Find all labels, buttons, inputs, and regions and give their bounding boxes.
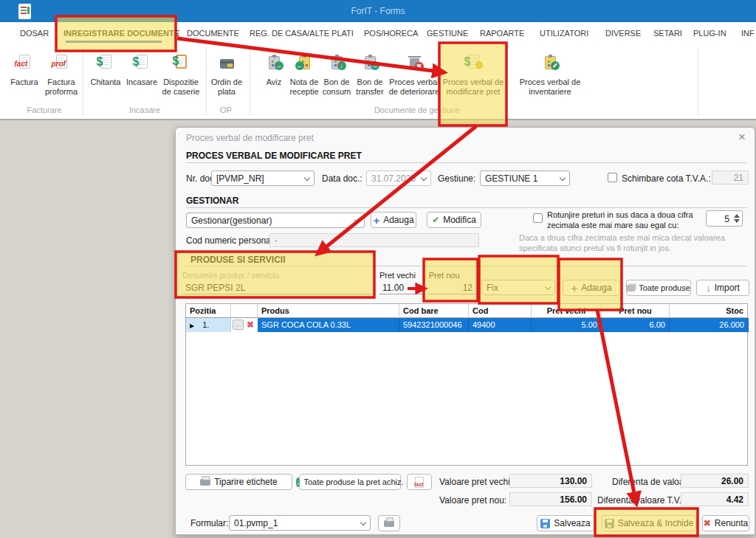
toate-produse-pret-achiz-button[interactable]: ↓ Toate produse la pret achiz. — [299, 474, 401, 490]
rounding-checkbox[interactable] — [533, 213, 543, 223]
chevron-down-icon — [545, 284, 551, 290]
printer-icon — [384, 520, 394, 527]
denumire-label: Denumire produs / serviciu — [182, 271, 279, 280]
pret-nou-input[interactable]: 12 — [429, 281, 475, 294]
diferenta-valoare-label: Diferenta de valoare: — [612, 477, 676, 487]
ribbon-button-bon-de-consum[interactable]: ↓ Bon de consum — [320, 55, 354, 97]
group-separator — [698, 47, 698, 115]
fact-button[interactable]: fact — [407, 474, 432, 490]
valoare-pret-vechi-label: Valoare pret vechi: — [439, 477, 512, 487]
tab-setari[interactable]: SETARI — [653, 29, 682, 38]
circle-down-icon: ↓ — [296, 477, 300, 487]
tab-rapoarte[interactable]: RAPOARTE — [480, 29, 524, 38]
col-stoc: Stoc — [670, 304, 747, 318]
dialog-title: Proces verbal de modificare pret — [186, 133, 314, 143]
formular-combo[interactable]: 01.pvmp_1 — [229, 515, 371, 531]
tab-dosar[interactable]: DOSAR — [20, 29, 49, 38]
group-separator — [206, 47, 207, 115]
invoice-mini-icon: fact — [415, 477, 424, 488]
ribbon-group-label-op: OP — [213, 106, 239, 114]
tva-checkbox-label: Schimbare cota T.V.A.: — [622, 173, 711, 184]
app-window: ForIT - Forms DOSAR INREGISTRARE DOCUMEN… — [0, 0, 756, 538]
ribbon-button-chitanta[interactable]: $ Chitanta — [86, 55, 125, 87]
rounding-spinner[interactable]: 5 — [706, 210, 743, 227]
dollar-document-framed-icon: $ — [176, 55, 187, 69]
ribbon-button-aviz[interactable]: → Aviz — [260, 55, 288, 87]
gestiune-combo[interactable]: GESTIUNE 1 — [480, 170, 570, 186]
tab-inregistrare-documente[interactable]: INREGISTRARE DOCUMENTE — [63, 29, 179, 38]
clipboard-arrow-down-icon: ↓ — [331, 56, 343, 69]
gestionar-modifica-button[interactable]: ✔ Modifica — [427, 212, 481, 228]
window-title: ForIT - Forms — [0, 6, 756, 16]
mode-combo[interactable]: Fix — [481, 280, 555, 295]
gestionar-adauga-button[interactable]: + Adauga — [371, 212, 416, 228]
ribbon-button-incasare[interactable]: $ Incasare — [123, 55, 160, 87]
nr-doc-combo[interactable]: [PVMP_NR] — [211, 170, 315, 186]
table-row[interactable]: ▶ 1. … ✖ SGR COCA COLA 0.33L 59423210000… — [186, 318, 747, 332]
tiparire-etichete-button[interactable]: Tiparire etichete — [185, 474, 292, 490]
tva-checkbox[interactable] — [608, 173, 617, 182]
close-icon[interactable]: × — [738, 130, 746, 145]
spinner-up-icon[interactable] — [734, 214, 740, 218]
section-title-produse: PRODUSE SI SERVICII — [190, 255, 285, 265]
cell-cod-bare: 5942321000046 — [399, 318, 469, 332]
denumire-input[interactable]: SGR PEPSI 2L — [182, 281, 374, 294]
tab-diverse[interactable]: DIVERSE — [605, 29, 641, 38]
ribbon-button-bon-de-transfer[interactable]: → Bon de transfer — [352, 55, 388, 97]
chevron-down-icon — [560, 175, 566, 181]
save-icon — [540, 519, 550, 528]
cancel-x-icon: ✖ — [704, 518, 711, 528]
check-icon: ✔ — [432, 215, 439, 225]
ribbon-button-factura[interactable]: fact Factura — [7, 55, 41, 87]
ribbon-button-factura-proforma[interactable]: prof Factura proforma — [41, 55, 81, 97]
products-table[interactable]: Pozitia Produs Cod bare Cod Pret vechi P… — [185, 303, 748, 466]
tva-value-field[interactable]: 21 — [712, 170, 749, 184]
data-doc-picker[interactable]: 31.07.2025 — [366, 170, 431, 186]
valoare-pret-nou-label: Valoare pret nou: — [439, 495, 506, 506]
produse-adauga-button[interactable]: + Adauga — [563, 280, 620, 296]
cell-cod: 49400 — [469, 318, 532, 332]
tab-documente[interactable]: DOCUMENTE — [187, 29, 239, 38]
section-divider — [186, 162, 747, 163]
diferenta-tva-label: Diferenta valoare T.V.A.: — [597, 495, 676, 506]
row-position-cell: ▶ 1. — [186, 318, 231, 332]
save-close-icon — [605, 519, 614, 528]
ribbon-button-proces-verbal-de-modificare-pret[interactable]: $ Proces verbal de modificare pret — [441, 55, 505, 97]
tab-gestiune[interactable]: GESTIUNE — [427, 29, 468, 38]
toate-produse-button[interactable]: Toate produse — [626, 280, 691, 296]
col-pret-nou: Pret nou — [602, 304, 670, 318]
tab-pos-horeca[interactable]: POS/HORECA — [364, 29, 418, 38]
tab-info[interactable]: INF — [741, 29, 755, 38]
salveaza-button[interactable]: Salveaza — [537, 515, 594, 531]
ribbon-button-proces-verbal-de-deteriorare[interactable]: ✖ Proces verbal de deteriorare — [387, 55, 441, 97]
ribbon-group-label-documente-de-gestiune: Documente de gestiune — [358, 106, 476, 114]
row-caret-icon: ▶ — [190, 323, 194, 329]
cell-produs: SGR COCA COLA 0.33L — [258, 318, 399, 332]
tab-plug-in[interactable]: PLUG-IN — [693, 29, 726, 38]
import-button[interactable]: ↓ Import — [696, 280, 749, 296]
group-separator — [250, 47, 250, 115]
row-edit-button[interactable]: … — [233, 320, 244, 330]
tab-reg-de-casa[interactable]: REG. DE CASA/ALTE PLATI — [250, 29, 354, 38]
ribbon-button-proces-verbal-de-inventariere[interactable]: ✔ Proces verbal de inventariere — [517, 55, 583, 97]
products-stack-icon — [627, 285, 635, 292]
salveaza-inchide-button[interactable]: Salveaza & Inchide — [602, 515, 696, 531]
pret-vechi-field[interactable]: 11.00 — [379, 281, 422, 294]
renunta-button[interactable]: ✖ Renunta — [702, 515, 749, 531]
ribbon-button-ordin-de-plata[interactable]: Ordin de plata — [210, 55, 244, 97]
row-delete-icon[interactable]: ✖ — [247, 320, 254, 330]
col-cod: Cod — [469, 304, 532, 318]
cell-pret-vechi: 5.00 — [532, 318, 602, 332]
ribbon-button-dispozitie-de-caserie[interactable]: $ Dispozitie de caserie — [159, 55, 202, 97]
clipboard-arrow-right-icon: → — [365, 56, 376, 69]
gestionar-combo[interactable]: Gestionar(gestionar) — [186, 213, 365, 228]
formular-label: Formular: — [190, 518, 228, 528]
print-formular-button[interactable] — [378, 515, 400, 531]
ribbon-button-nota-de-receptie[interactable]: ← Nota de receptie — [286, 55, 322, 97]
spinner-down-icon[interactable] — [734, 219, 740, 223]
data-doc-label: Data doc.: — [322, 173, 362, 184]
chevron-down-icon — [360, 520, 366, 525]
table-header: Pozitia Produs Cod bare Cod Pret vechi P… — [186, 304, 747, 318]
cnp-field[interactable]: - — [269, 233, 479, 247]
tab-utilizatori[interactable]: UTILIZATORI — [540, 29, 588, 38]
